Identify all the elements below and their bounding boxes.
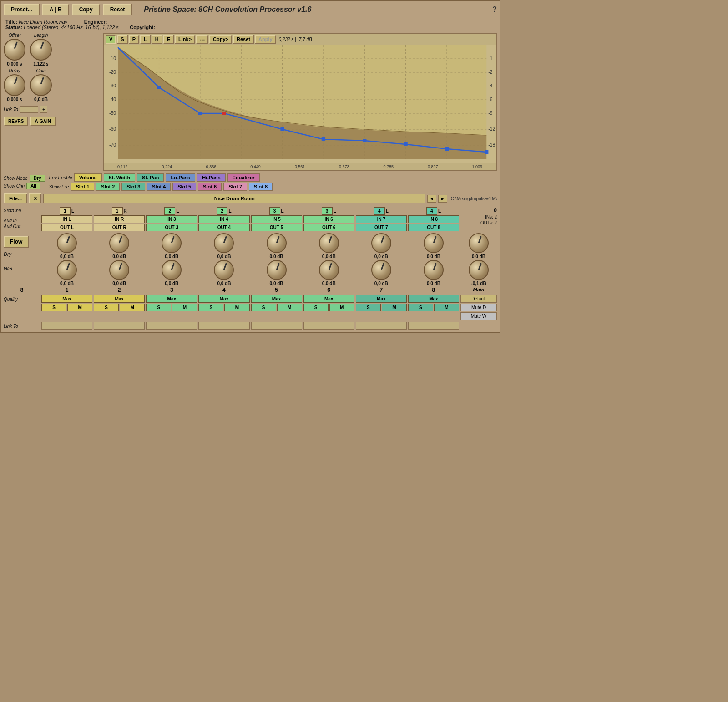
max-btn-8[interactable]: Max [408,295,459,303]
m-btn-3[interactable]: M [172,304,197,311]
slot-1r-out[interactable]: OUT R [94,224,145,231]
s-btn-8[interactable]: S [408,304,433,311]
slot-1l-in[interactable]: IN L [41,215,92,223]
volume-tab[interactable]: Volume [74,173,102,182]
slot-1r-in[interactable]: IN R [94,215,145,223]
slot3-tab[interactable]: Slot 3 [121,183,145,191]
link-to-dropdown[interactable]: --- [20,106,38,113]
e-button[interactable]: E [163,35,174,44]
wet-knob-main-ctrl[interactable] [469,260,489,280]
mute-d-button[interactable]: Mute D [460,304,497,311]
slot6-tab[interactable]: Slot 6 [198,183,222,191]
length-knob[interactable] [30,39,52,61]
dry-knob-3-ctrl[interactable] [162,233,182,253]
max-btn-1[interactable]: Max [41,295,92,303]
dry-knob-2-ctrl[interactable] [109,233,129,253]
slot-2r-out[interactable]: OUT 4 [198,224,249,231]
ab-button[interactable]: A | B [42,4,69,15]
slot-3l-in[interactable]: IN 5 [251,215,302,223]
m-btn-4[interactable]: M [224,304,249,311]
max-btn-4[interactable]: Max [198,295,249,303]
slot5-tab[interactable]: Slot 5 [172,183,196,191]
slot7-tab[interactable]: Slot 7 [223,183,247,191]
revrs-button[interactable]: REVRS [4,117,28,126]
stwidth-tab[interactable]: St. Width [104,173,136,182]
slot1-tab[interactable]: Slot 1 [71,183,94,191]
show-mode-value[interactable]: Dry [30,175,46,182]
dry-knob-1-ctrl[interactable] [57,233,77,253]
slot-4l-num[interactable]: 4 [374,207,385,215]
linkto-8[interactable]: --- [408,322,459,330]
v-button[interactable]: V [106,35,116,44]
s-btn-5[interactable]: S [251,304,276,311]
h-button[interactable]: H [152,35,162,44]
linkto-2[interactable]: --- [94,322,145,330]
offset-knob[interactable] [4,39,25,61]
slot-1l-num[interactable]: 1 [60,207,71,215]
preset-button[interactable]: Preset... [4,4,40,15]
link-button[interactable]: Link> [175,35,195,44]
max-btn-7[interactable]: Max [356,295,407,303]
wet-knob-8-ctrl[interactable] [424,260,444,280]
linkto-4[interactable]: --- [198,322,249,330]
flow-button[interactable]: Flow [4,236,29,248]
dry-knob-7-ctrl[interactable] [371,233,391,253]
dry-knob-8-ctrl[interactable] [424,233,444,253]
slot-2r-in[interactable]: IN 4 [198,215,249,223]
plus-button[interactable]: + [40,106,47,113]
linkto-3[interactable]: --- [146,322,197,330]
slot-3l-out[interactable]: OUT 5 [251,224,302,231]
wet-knob-1-ctrl[interactable] [57,260,77,280]
dry-knob-6-ctrl[interactable] [319,233,339,253]
delay-knob[interactable] [4,74,25,96]
help-icon[interactable]: ? [492,5,497,14]
slot-2r-num[interactable]: 2 [217,207,228,215]
linkto-7[interactable]: --- [356,322,407,330]
dry-knob-main-ctrl[interactable] [469,233,489,253]
max-btn-2[interactable]: Max [94,295,145,303]
linkto-5[interactable]: --- [251,322,302,330]
slot-3l-num[interactable]: 3 [269,207,280,215]
max-btn-3[interactable]: Max [146,295,197,303]
max-btn-5[interactable]: Max [251,295,302,303]
reset-g-button[interactable]: Reset [233,35,254,44]
hipass-tab[interactable]: Hi-Pass [197,173,225,182]
linkto-6[interactable]: --- [303,322,354,330]
wet-knob-6-ctrl[interactable] [319,260,339,280]
s-btn-4[interactable]: S [198,304,223,311]
apply-button[interactable]: Apply [255,35,276,44]
slot2-tab[interactable]: Slot 2 [96,183,120,191]
slot-3r-num[interactable]: 3 [322,207,333,215]
slot-1l-out[interactable]: OUT L [41,224,92,231]
again-button[interactable]: A-GAIN [30,117,56,126]
s-btn-1[interactable]: S [41,304,66,311]
prev-button[interactable]: ◄ [427,195,436,203]
m-btn-2[interactable]: M [120,304,145,311]
slot-2l-in[interactable]: IN 3 [146,215,197,223]
slot-3r-in[interactable]: IN 6 [303,215,354,223]
slot-4r-in[interactable]: IN 8 [408,215,459,223]
equalizer-tab[interactable]: Equalizer [228,173,260,182]
m-btn-7[interactable]: M [382,304,407,311]
m-btn-6[interactable]: M [329,304,354,311]
m-btn-5[interactable]: M [277,304,302,311]
next-button[interactable]: ► [438,195,447,203]
dash-button[interactable]: --- [196,35,208,44]
wet-knob-5-ctrl[interactable] [267,260,287,280]
file-x-button[interactable]: X [29,193,41,203]
s-btn-3[interactable]: S [146,304,171,311]
gain-knob[interactable] [30,74,52,96]
wet-knob-4-ctrl[interactable] [214,260,234,280]
s-btn-2[interactable]: S [94,304,119,311]
slot8-tab[interactable]: Slot 8 [249,183,273,191]
default-button[interactable]: Default [460,295,497,303]
p-button[interactable]: P [129,35,139,44]
s-btn-7[interactable]: S [356,304,381,311]
s-btn-6[interactable]: S [303,304,329,311]
slot-4r-out[interactable]: OUT 8 [408,224,459,231]
l-button[interactable]: L [140,35,151,44]
linkto-1[interactable]: --- [41,322,92,330]
graph-area[interactable]: -10 -20 -30 -40 -50 -60 -70 -1 -2 -4 -6 … [104,45,496,163]
slot-2l-num[interactable]: 2 [164,207,175,215]
dry-knob-4-ctrl[interactable] [214,233,234,253]
